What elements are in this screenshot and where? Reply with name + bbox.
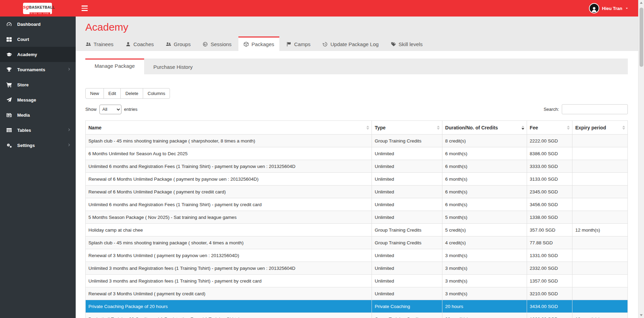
column-header-fee[interactable]: Fee — [527, 121, 572, 135]
table-cell: 3 month(s) — [442, 249, 527, 262]
sidebar-item-label: Court — [17, 37, 29, 42]
table-row[interactable]: Splash club - 45 mins shooting training … — [86, 135, 628, 147]
length-control: Show All entries — [85, 105, 138, 114]
user-menu[interactable]: Hieu Tran — [589, 0, 629, 17]
table-cell — [572, 236, 628, 249]
brand-tagline: RISE AS ONE — [30, 12, 50, 15]
table-cell: 5 credit(s) — [442, 224, 527, 236]
column-header-expiry-period[interactable]: Expiry period — [572, 121, 628, 135]
scrollbar-up-arrow-icon[interactable] — [640, 2, 643, 4]
column-header-type[interactable]: Type — [372, 121, 442, 135]
table-cell: Unlimited — [372, 262, 442, 275]
tab-content-panel: Manage PackagePurchase History NewEditDe… — [76, 51, 638, 318]
table-cell — [572, 249, 628, 262]
sidebar-item-media[interactable]: Media — [0, 107, 76, 123]
column-header-duration-no-of-credits[interactable]: Duration/No. of Credits — [442, 121, 527, 135]
table-row-selected[interactable]: Private Coaching Package of 20 hoursPriv… — [86, 300, 628, 313]
brand-logo[interactable]: sgBASKETBALL RISE AS ONE — [23, 3, 52, 14]
tab-skill-levels[interactable]: Skill levels — [386, 36, 428, 51]
tags-icon — [391, 42, 396, 47]
sort-icon — [522, 126, 524, 130]
scrollbar-thumb[interactable] — [640, 8, 643, 67]
sidebar-item-dashboard[interactable]: Dashboard — [0, 17, 76, 32]
sidebar-item-settings[interactable]: Settings — [0, 138, 76, 153]
table-cell: 3210.00 SGD — [527, 287, 572, 300]
tab-camps[interactable]: Camps — [281, 36, 316, 51]
table-cell: Group Training Credits — [372, 224, 442, 236]
sidebar-item-court[interactable]: Court — [0, 32, 76, 47]
sidebar-item-message[interactable]: Message — [0, 92, 76, 107]
table-cell: Private Coaching — [372, 300, 442, 313]
table-cell: 20 credit(s) — [442, 313, 527, 318]
toolbar-button-group: NewEditDeleteColumns — [85, 88, 170, 99]
table-cell — [572, 160, 628, 173]
table-cell: 3 month(s) — [442, 287, 527, 300]
table-row[interactable]: Basketball Training 20 Credits and 1 Reg… — [86, 313, 628, 318]
table-row[interactable]: Unlimited 6 months and Registration Fees… — [86, 198, 628, 211]
table-cell — [572, 211, 628, 224]
subtab-purchase-history[interactable]: Purchase History — [144, 59, 202, 74]
avatar — [589, 3, 599, 13]
sidebar-item-tournaments[interactable]: Tournaments — [0, 62, 76, 77]
menu-toggle-icon[interactable] — [82, 6, 88, 11]
edit-button[interactable]: Edit — [104, 88, 121, 99]
tab-label: Sessions — [211, 41, 232, 47]
entries-select[interactable]: All — [99, 105, 121, 114]
table-cell: Splash club - 45 mins shooting training … — [86, 135, 372, 147]
tab-label: Trainees — [94, 41, 114, 47]
table-cell: Renewal of 6 Months Unlimited Package ( … — [86, 173, 372, 186]
delete-button[interactable]: Delete — [120, 88, 143, 99]
table-row[interactable]: 6 Months Unlimited for Season Aug to Dec… — [86, 147, 628, 160]
table-cell: Group Training Credits — [372, 313, 442, 318]
table-cell: Renewal of 3 Months Unlimited ( payment … — [86, 249, 372, 262]
tab-packages[interactable]: Packages — [238, 36, 279, 51]
search-control: Search: — [544, 104, 628, 114]
scrollbar-down-arrow-icon[interactable] — [640, 314, 643, 316]
table-row[interactable]: Renewal of 6 Months Unlimited Package ( … — [86, 186, 628, 198]
new-button[interactable]: New — [85, 88, 104, 99]
table-row[interactable]: Unlimited 6 months and Registration Fees… — [86, 160, 628, 173]
table-cell — [572, 173, 628, 186]
history-icon — [322, 42, 328, 47]
table-cell: Unlimited — [372, 275, 442, 287]
table-header-row: NameTypeDuration/No. of CreditsFeeExpiry… — [86, 121, 628, 135]
table-row[interactable]: Renewal of 3 Months Unlimited ( payment … — [86, 249, 628, 262]
column-header-label: Fee — [530, 125, 538, 130]
column-header-name[interactable]: Name — [86, 121, 372, 135]
table-cell: Unlimited — [372, 173, 442, 186]
subtab-manage-package[interactable]: Manage Package — [85, 59, 144, 74]
tab-trainees[interactable]: Trainees — [80, 36, 119, 51]
tab-update-package-log[interactable]: Update Package Log — [317, 36, 384, 51]
table-cell: Renewal of 6 Months Unlimited Package ( … — [86, 186, 372, 198]
table-cell: 3 month(s) — [442, 262, 527, 275]
cart-icon — [6, 82, 12, 88]
table-cell: Splash club - 45 mins shooting training … — [86, 236, 372, 249]
table-cell — [572, 135, 628, 147]
toolbar: NewEditDeleteColumns — [85, 88, 628, 99]
table-row[interactable]: Splash club - 45 mins shooting training … — [86, 236, 628, 249]
tab-coaches[interactable]: Coaches — [120, 36, 159, 51]
table-cell: 6 month(s) — [442, 186, 527, 198]
tab-sessions[interactable]: Sessions — [197, 36, 237, 51]
table-cell: 3434.00 SGD — [527, 300, 572, 313]
table-row[interactable]: Holiday camp at chai cheeGroup Training … — [86, 224, 628, 236]
table-row[interactable]: Renewal of 6 Months Unlimited Package ( … — [86, 173, 628, 186]
table-cell: 357.00 SGD — [527, 224, 572, 236]
sidebar-item-store[interactable]: Store — [0, 77, 76, 92]
table-row[interactable]: Renewal of 3 Months Unlimited ( payment … — [86, 287, 628, 300]
table-cell — [572, 300, 628, 313]
table-row[interactable]: Unlimited 3 months and Registration fees… — [86, 275, 628, 287]
columns-button[interactable]: Columns — [143, 88, 170, 99]
column-header-label: Duration/No. of Credits — [445, 125, 498, 130]
table-row[interactable]: 5 Months Season Package ( Nov 2025) - Sa… — [86, 211, 628, 224]
sidebar-item-academy[interactable]: Academy — [0, 47, 76, 62]
search-input[interactable] — [562, 104, 628, 114]
table-cell: 2345.00 SGD — [527, 186, 572, 198]
table-cell: Group Training Credits — [372, 135, 442, 147]
tab-groups[interactable]: Groups — [161, 36, 196, 51]
table-cell: 3 month(s) — [442, 275, 527, 287]
sort-icon — [437, 126, 440, 130]
table-row[interactable]: Unlimited 3 months and Registration fees… — [86, 262, 628, 275]
sidebar-item-tables[interactable]: Tables — [0, 123, 76, 138]
table-cell: 5 Months Season Package ( Nov 2025) - Sa… — [86, 211, 372, 224]
